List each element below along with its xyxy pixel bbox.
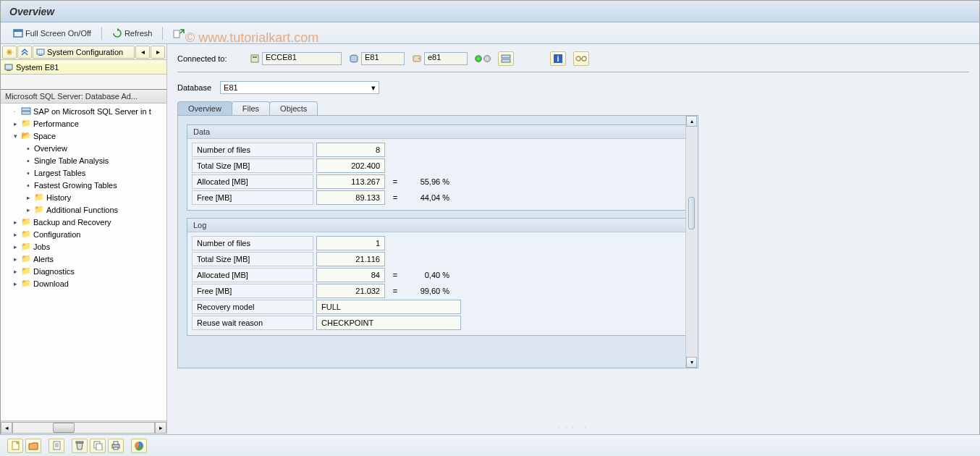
main-layout: System Configuration ◂ ▸ System E81 Micr… <box>1 44 979 434</box>
tree-label: Configuration <box>33 230 80 239</box>
scroll-left-icon[interactable]: ◂ <box>1 422 12 434</box>
svg-rect-15 <box>502 59 510 62</box>
value: 21.032 <box>316 284 385 298</box>
expand-toggle-icon[interactable]: ▸ <box>14 219 21 226</box>
tree-node-overview[interactable]: Overview <box>1 142 166 154</box>
new-button[interactable] <box>7 439 23 453</box>
expand-toggle-icon[interactable]: ▸ <box>14 243 21 250</box>
expand-icon[interactable] <box>2 46 17 59</box>
system-config-button[interactable]: System Configuration <box>33 46 135 59</box>
expand-toggle-icon[interactable]: ▸ <box>14 231 21 238</box>
conn-server-value[interactable]: ECCE81 <box>262 52 342 65</box>
svg-point-18 <box>576 56 580 61</box>
sidebar-scrollbar[interactable]: ◂ ▸ <box>1 421 166 434</box>
tab-objects[interactable]: Objects <box>269 101 318 115</box>
scroll-up-icon[interactable]: ▴ <box>686 116 697 127</box>
connection-button[interactable] <box>498 51 514 66</box>
conn-instance-field: E81 <box>349 52 405 65</box>
export-button[interactable] <box>168 26 190 41</box>
tab-strip: Overview Files Objects <box>177 101 969 115</box>
expand-toggle-icon[interactable]: ▸ <box>14 280 21 287</box>
tree-node-space[interactable]: ▾Space <box>1 130 166 142</box>
value: 89.133 <box>316 190 385 205</box>
folder-open-icon <box>21 132 31 140</box>
expand-toggle-icon[interactable]: ▸ <box>14 120 21 127</box>
scroll-right-icon[interactable]: ▸ <box>155 422 166 434</box>
separator <box>162 27 163 40</box>
scroll-thumb[interactable] <box>688 197 695 229</box>
tab-overview[interactable]: Overview <box>177 101 232 115</box>
svg-rect-26 <box>114 442 118 444</box>
delete-button[interactable] <box>72 439 88 453</box>
folder-icon <box>34 193 44 202</box>
scroll-thumb[interactable] <box>53 423 75 433</box>
tree-node-diagnostics[interactable]: ▸Diagnostics <box>1 265 166 277</box>
conn-db-value[interactable]: e81 <box>424 52 468 65</box>
tree-label: History <box>46 193 71 202</box>
chart-button[interactable] <box>131 439 147 453</box>
tree-node-configuration[interactable]: ▸Configuration <box>1 228 166 240</box>
system-selector[interactable]: System E81 <box>1 60 166 75</box>
tree-label: Jobs <box>33 242 50 251</box>
system-config-label: System Configuration <box>47 48 123 56</box>
tree-node-jobs[interactable]: ▸Jobs <box>1 240 166 253</box>
tree-node-download[interactable]: ▸Download <box>1 277 166 290</box>
expand-toggle-icon[interactable]: ▸ <box>14 256 21 263</box>
status-green-icon <box>475 55 482 62</box>
tree-node-history[interactable]: ▸History <box>1 191 166 203</box>
database-select[interactable]: E81 ▾ <box>220 81 379 94</box>
tree-node-additional[interactable]: ▸Additional Functions <box>1 203 166 216</box>
folder-icon <box>21 230 31 239</box>
collapse-icon[interactable] <box>17 46 32 59</box>
edit-button[interactable] <box>48 439 64 453</box>
value: CHECKPOINT <box>316 316 461 330</box>
scroll-track[interactable] <box>12 422 155 434</box>
panel-scrollbar[interactable]: ▴ ▾ <box>685 116 698 368</box>
svg-rect-4 <box>38 55 43 56</box>
tree-node-fastest[interactable]: Fastest Growing Tables <box>1 179 166 191</box>
row-log-free: Free [MB] 21.032 = 99,60 % <box>192 283 684 299</box>
row-data-numfiles: Number of files 8 <box>192 142 684 158</box>
percent: 99,60 % <box>400 287 454 295</box>
nav-next-icon[interactable]: ▸ <box>151 46 165 59</box>
resize-handle-icon[interactable]: · · · · · <box>559 423 588 431</box>
tree-node-backup[interactable]: ▸Backup and Recovery <box>1 216 166 228</box>
row-log-numfiles: Number of files 1 <box>192 235 684 251</box>
tree-label: Performance <box>33 119 79 128</box>
tree-node-alerts[interactable]: ▸Alerts <box>1 253 166 265</box>
tree-node-single-table[interactable]: Single Table Analysis <box>1 154 166 166</box>
value: FULL <box>316 300 461 314</box>
tree-node-performance[interactable]: ▸Performance <box>1 117 166 130</box>
fullscreen-button[interactable]: Full Screen On/Off <box>8 27 96 40</box>
expand-toggle-icon[interactable]: ▸ <box>14 268 21 275</box>
folder-icon <box>21 255 31 263</box>
nav-prev-icon[interactable]: ◂ <box>135 46 150 59</box>
database-label: Database <box>177 83 211 92</box>
tree-node-sap[interactable]: · SAP on Microsoft SQL Server in t <box>1 105 166 117</box>
copy-button[interactable] <box>90 439 106 453</box>
glasses-button[interactable] <box>573 51 589 66</box>
collapse-toggle-icon[interactable]: ▾ <box>14 132 21 140</box>
open-button[interactable] <box>25 439 41 453</box>
bullet-icon <box>27 156 34 165</box>
data-group-body: Number of files 8 Total Size [MB] 202.40… <box>187 139 688 210</box>
expand-toggle-icon[interactable]: ▸ <box>27 206 34 214</box>
label: Reuse wait reason <box>192 316 313 330</box>
conn-server-field: ECCE81 <box>250 52 342 65</box>
print-button[interactable] <box>108 439 124 453</box>
expand-toggle-icon[interactable]: ▸ <box>27 194 34 201</box>
folder-icon <box>21 119 31 128</box>
conn-instance-value[interactable]: E81 <box>361 52 405 65</box>
tab-files[interactable]: Files <box>232 101 270 115</box>
disk-icon <box>412 54 422 63</box>
conn-db-field: e81 <box>412 52 468 65</box>
info-button[interactable]: i <box>550 51 566 66</box>
svg-rect-10 <box>253 56 257 58</box>
folder-icon <box>34 206 44 214</box>
bullet-icon <box>27 144 34 153</box>
tree-node-largest[interactable]: Largest Tables <box>1 166 166 179</box>
row-log-totalsize: Total Size [MB] 21.116 <box>192 251 684 267</box>
refresh-button[interactable]: Refresh <box>107 26 158 41</box>
scroll-down-icon[interactable]: ▾ <box>686 357 697 368</box>
bottom-toolbar <box>0 434 980 456</box>
